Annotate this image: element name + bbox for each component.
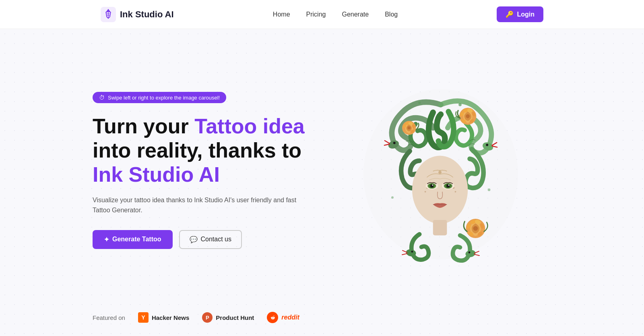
svg-point-24 — [466, 114, 470, 118]
nav-links: Home Pricing Generate Blog — [273, 11, 398, 18]
generate-tattoo-button[interactable]: ✦ Generate Tattoo — [93, 230, 173, 249]
login-button[interactable]: 🔑 Login — [497, 6, 543, 22]
reddit-text: reddit — [281, 314, 299, 321]
product-hunt-text: Product Hunt — [216, 314, 254, 321]
svg-point-49 — [391, 196, 394, 199]
svg-point-7 — [438, 171, 442, 174]
svg-point-6 — [412, 156, 468, 224]
clock-icon: ⏱ — [99, 94, 105, 101]
medusa-illustration — [348, 74, 533, 267]
logo-text: Ink Studio AI — [120, 9, 174, 20]
hero-section: ⏱ Swipe left or right to explore the ima… — [60, 29, 584, 304]
carousel-badge: ⏱ Swipe left or right to explore the ima… — [93, 92, 226, 103]
svg-point-46 — [458, 103, 462, 106]
tattoo-image — [348, 74, 533, 267]
svg-point-47 — [418, 102, 421, 104]
key-icon: 🔑 — [506, 10, 514, 18]
svg-point-39 — [473, 226, 478, 231]
reddit-icon — [269, 314, 276, 321]
reddit-badge — [267, 312, 278, 323]
hero-left: ⏱ Swipe left or right to explore the ima… — [93, 92, 330, 249]
svg-point-20 — [432, 185, 433, 186]
featured-label: Featured on — [93, 314, 125, 321]
hacker-news-text: Hacker News — [152, 314, 189, 321]
nav-pricing[interactable]: Pricing — [306, 11, 326, 18]
svg-point-32 — [407, 127, 411, 130]
featured-section: Featured on Y Hacker News P Product Hunt… — [60, 304, 584, 336]
svg-point-51 — [411, 251, 413, 253]
svg-point-3 — [393, 142, 396, 144]
sparkle-icon: ✦ — [104, 236, 109, 243]
chat-icon: 💬 — [190, 236, 198, 243]
svg-point-10 — [425, 191, 426, 193]
svg-point-53 — [469, 251, 471, 253]
logo-link[interactable]: Ink Studio AI — [101, 7, 174, 22]
svg-point-5 — [486, 144, 488, 146]
product-hunt-link[interactable]: P Product Hunt — [202, 312, 254, 323]
nav-generate[interactable]: Generate — [342, 11, 369, 18]
logo-icon — [101, 7, 116, 22]
hero-right — [330, 74, 551, 267]
svg-point-21 — [448, 185, 450, 186]
contact-us-button[interactable]: 💬 Contact us — [179, 230, 242, 249]
product-hunt-badge: P — [202, 312, 213, 323]
reddit-link[interactable]: reddit — [267, 312, 299, 323]
svg-point-11 — [455, 191, 456, 193]
hero-subtitle: Visualize your tattoo idea thanks to Ink… — [93, 195, 310, 216]
svg-rect-22 — [433, 220, 447, 235]
svg-point-48 — [488, 189, 491, 191]
nav-blog[interactable]: Blog — [385, 11, 398, 18]
hero-title: Turn your Tattoo idea into reality, than… — [93, 114, 314, 187]
hacker-news-badge: Y — [138, 312, 149, 323]
navbar: Ink Studio AI Home Pricing Generate Blog… — [0, 0, 644, 29]
nav-home[interactable]: Home — [273, 11, 290, 18]
hacker-news-link[interactable]: Y Hacker News — [138, 312, 189, 323]
hero-buttons: ✦ Generate Tattoo 💬 Contact us — [93, 230, 314, 249]
